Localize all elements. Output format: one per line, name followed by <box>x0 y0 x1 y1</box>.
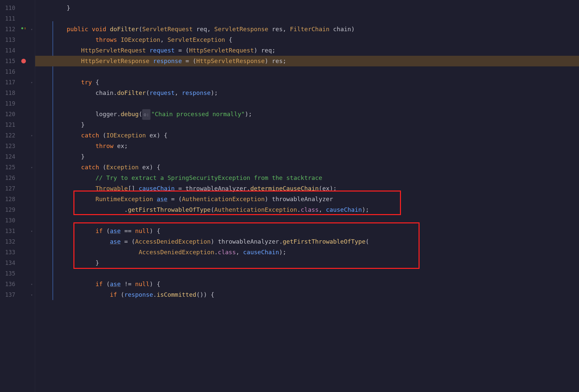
fold-toggle[interactable] <box>29 247 35 258</box>
gutter-slot[interactable] <box>19 236 29 247</box>
gutter-slot[interactable] <box>19 119 29 130</box>
gutter-slot[interactable] <box>19 247 29 258</box>
gutter-slot[interactable] <box>19 13 29 24</box>
gutter-slot[interactable] <box>19 204 29 215</box>
fold-toggle[interactable] <box>29 66 35 77</box>
line-number[interactable]: 122 <box>0 130 19 141</box>
fold-toggle[interactable]: ▾ <box>29 130 35 141</box>
code-line[interactable] <box>35 268 579 279</box>
code-line[interactable]: catch (Exception ex) { <box>35 162 579 173</box>
line-number[interactable]: 124 <box>0 151 19 162</box>
code-line[interactable]: if (ase != null) { <box>35 279 579 289</box>
code-line[interactable]: // Try to extract a SpringSecurityExcept… <box>35 173 579 183</box>
fold-toggle[interactable] <box>29 3 35 13</box>
fold-toggle[interactable] <box>29 119 35 130</box>
gutter-slot[interactable] <box>19 226 29 236</box>
fold-toggle[interactable] <box>29 215 35 226</box>
fold-toggle[interactable] <box>29 173 35 183</box>
code-line[interactable]: chain.doFilter(request, response); <box>35 88 579 98</box>
fold-toggle[interactable] <box>29 88 35 98</box>
fold-toggle[interactable]: ▾ <box>29 279 35 289</box>
code-line[interactable]: } <box>35 119 579 130</box>
gutter-slot[interactable] <box>19 77 29 88</box>
line-number[interactable]: 132 <box>0 236 19 247</box>
gutter-slot[interactable] <box>19 215 29 226</box>
code-line[interactable]: RuntimeException ase = (AuthenticationEx… <box>35 194 579 204</box>
gutter-slot[interactable] <box>19 88 29 98</box>
code-line[interactable]: Throwable[] causeChain = throwableAnalyz… <box>35 183 579 194</box>
line-number[interactable]: 117 <box>0 77 19 88</box>
code-line[interactable]: HttpServletRequest request = (HttpServle… <box>35 45 579 56</box>
line-number[interactable]: 130 <box>0 215 19 226</box>
line-number[interactable]: 133 <box>0 247 19 258</box>
line-number[interactable]: 137 <box>0 289 19 300</box>
code-line[interactable] <box>35 98 579 109</box>
gutter-slot[interactable] <box>19 194 29 204</box>
breakpoint-icon[interactable] <box>21 59 26 63</box>
line-number[interactable]: 111 <box>0 13 19 24</box>
code-line[interactable]: } <box>35 3 579 13</box>
code-line[interactable]: if (ase == null) { <box>35 226 579 236</box>
line-number[interactable]: 136 <box>0 279 19 289</box>
line-number[interactable]: 125 <box>0 162 19 173</box>
line-number[interactable]: 119 <box>0 98 19 109</box>
fold-toggle[interactable] <box>29 194 35 204</box>
line-number[interactable]: 134 <box>0 258 19 268</box>
fold-toggle[interactable]: ▾ <box>29 162 35 173</box>
gutter-slot[interactable] <box>19 183 29 194</box>
gutter-slot[interactable] <box>19 98 29 109</box>
code-content[interactable]: } public void doFilter(ServletRequest re… <box>35 0 579 392</box>
line-number[interactable]: 123 <box>0 141 19 151</box>
line-number[interactable]: 116 <box>0 66 19 77</box>
fold-toggle[interactable]: ▾ <box>29 289 35 300</box>
fold-toggle[interactable] <box>29 109 35 119</box>
line-number[interactable]: 115 <box>0 56 19 66</box>
gutter-slot[interactable] <box>19 130 29 141</box>
gutter-slot[interactable] <box>19 173 29 183</box>
fold-toggle[interactable] <box>29 268 35 279</box>
fold-toggle[interactable] <box>29 35 35 45</box>
gutter-slot[interactable] <box>19 268 29 279</box>
fold-toggle[interactable]: ▾ <box>29 24 35 35</box>
gutter-slot[interactable] <box>19 66 29 77</box>
fold-toggle[interactable] <box>29 151 35 162</box>
fold-toggle[interactable] <box>29 45 35 56</box>
fold-toggle[interactable]: ▾ <box>29 77 35 88</box>
line-number[interactable]: 112 <box>0 24 19 35</box>
gutter-slot[interactable] <box>19 35 29 45</box>
line-number[interactable]: 114 <box>0 45 19 56</box>
line-number[interactable]: 129 <box>0 204 19 215</box>
code-line[interactable] <box>35 215 579 226</box>
gutter-slot[interactable] <box>19 24 29 35</box>
code-line[interactable]: ase = (AccessDeniedException) throwableA… <box>35 236 579 247</box>
gutter-slot[interactable] <box>19 141 29 151</box>
code-line[interactable]: if (response.isCommitted()) { <box>35 289 579 300</box>
fold-toggle[interactable] <box>29 141 35 151</box>
code-line[interactable] <box>35 66 579 77</box>
line-number[interactable]: 113 <box>0 35 19 45</box>
fold-toggle[interactable] <box>29 183 35 194</box>
fold-toggle[interactable] <box>29 236 35 247</box>
line-number[interactable]: 128 <box>0 194 19 204</box>
gutter-slot[interactable] <box>19 3 29 13</box>
gutter-slot[interactable] <box>19 56 29 66</box>
code-line[interactable]: } <box>35 258 579 268</box>
fold-toggle[interactable] <box>29 204 35 215</box>
gutter-slot[interactable] <box>19 151 29 162</box>
code-line[interactable]: .getFirstThrowableOfType(AuthenticationE… <box>35 204 579 215</box>
code-line[interactable]: throw ex; <box>35 141 579 151</box>
gutter-slot[interactable] <box>19 289 29 300</box>
code-line-current[interactable]: HttpServletResponse response = (HttpServ… <box>35 56 579 66</box>
code-line[interactable] <box>35 13 579 24</box>
line-number[interactable]: 131 <box>0 226 19 236</box>
code-line[interactable]: throws IOException, ServletException { <box>35 35 579 45</box>
line-number[interactable]: 135 <box>0 268 19 279</box>
line-number[interactable]: 118 <box>0 88 19 98</box>
gutter-slot[interactable] <box>19 258 29 268</box>
gutter-slot[interactable] <box>19 109 29 119</box>
code-line[interactable]: try { <box>35 77 579 88</box>
fold-toggle[interactable] <box>29 56 35 66</box>
code-line[interactable]: public void doFilter(ServletRequest req,… <box>35 24 579 35</box>
code-line[interactable]: } <box>35 151 579 162</box>
line-number[interactable]: 110 <box>0 3 19 13</box>
